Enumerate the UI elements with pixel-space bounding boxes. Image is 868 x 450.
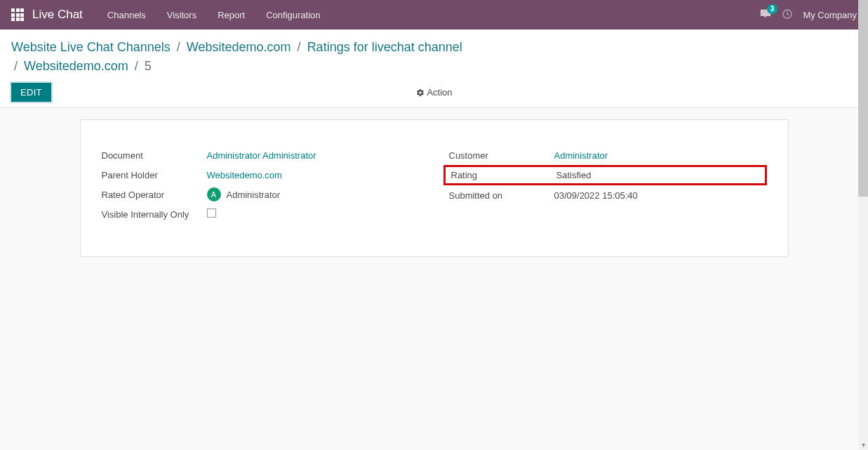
left-column: Document Administrator Administrator Par… (102, 145, 425, 224)
right-column: Customer Administrator Rating Satisfied … (443, 145, 767, 224)
action-dropdown[interactable]: Action (415, 87, 452, 98)
field-value (207, 209, 216, 220)
field-rating-highlighted: Rating Satisfied (443, 165, 767, 185)
topbar-right: 3 My Company (759, 8, 857, 22)
scrollbar-thumb[interactable] (858, 0, 868, 197)
field-submitted-on: Submitted on 03/09/2022 15:05:40 (443, 185, 767, 205)
vertical-scrollbar[interactable]: ▾ (858, 0, 868, 257)
field-value: 03/09/2022 15:05:40 (554, 190, 638, 201)
breadcrumb-sep: / (177, 40, 180, 54)
field-label: Parent Holder (102, 170, 207, 180)
nav-report[interactable]: Report (207, 10, 255, 20)
field-document: Document Administrator Administrator (102, 145, 425, 165)
breadcrumb: Website Live Chat Channels / Websitedemo… (11, 38, 857, 76)
breadcrumb-item[interactable]: Websitedemo.com (187, 40, 291, 54)
breadcrumb-current: 5 (145, 59, 152, 73)
top-navbar: Live Chat Channels Visitors Report Confi… (0, 0, 868, 29)
breadcrumb-sep: / (135, 59, 138, 73)
edit-button[interactable]: EDIT (11, 83, 51, 102)
activity-icon[interactable] (782, 8, 793, 22)
breadcrumb-item[interactable]: Ratings for livechat channel (307, 40, 462, 54)
field-visible-internally: Visible Internally Only (102, 204, 425, 224)
control-panel: Website Live Chat Channels / Websitedemo… (0, 29, 868, 108)
field-label: Rated Operator (102, 190, 207, 200)
checkbox-unchecked-icon[interactable] (207, 209, 216, 218)
messages-icon[interactable]: 3 (759, 8, 772, 22)
field-label: Document (102, 150, 207, 161)
company-name[interactable]: My Company (803, 10, 857, 20)
field-customer: Customer Administrator (443, 145, 767, 165)
field-rated-operator: Rated Operator A Administrator (102, 185, 425, 204)
field-value[interactable]: A Administrator (207, 187, 281, 201)
nav-visitors[interactable]: Visitors (156, 10, 207, 20)
field-label: Customer (449, 150, 554, 161)
breadcrumb-sep: / (14, 59, 18, 73)
avatar: A (207, 187, 221, 201)
field-value: Satisfied (556, 170, 592, 180)
apps-icon[interactable] (11, 8, 24, 21)
field-parent-holder: Parent Holder Websitedemo.com (102, 165, 425, 185)
breadcrumb-item[interactable]: Websitedemo.com (24, 59, 128, 73)
form-sheet: Document Administrator Administrator Par… (80, 119, 789, 257)
nav-channels[interactable]: Channels (97, 10, 156, 20)
field-label: Submitted on (449, 190, 554, 201)
breadcrumb-sep: / (298, 40, 301, 54)
field-label: Visible Internally Only (102, 209, 207, 220)
messages-badge: 3 (767, 4, 778, 14)
field-value[interactable]: Administrator Administrator (207, 150, 316, 161)
breadcrumb-item[interactable]: Website Live Chat Channels (11, 40, 171, 54)
field-label: Rating (451, 170, 556, 180)
operator-name: Administrator (227, 190, 281, 200)
gear-icon (415, 88, 424, 97)
action-label: Action (427, 87, 452, 98)
field-value[interactable]: Websitedemo.com (207, 170, 282, 180)
field-value[interactable]: Administrator (554, 150, 608, 161)
app-name[interactable]: Live Chat (32, 8, 83, 22)
nav-configuration[interactable]: Configuration (255, 10, 330, 20)
